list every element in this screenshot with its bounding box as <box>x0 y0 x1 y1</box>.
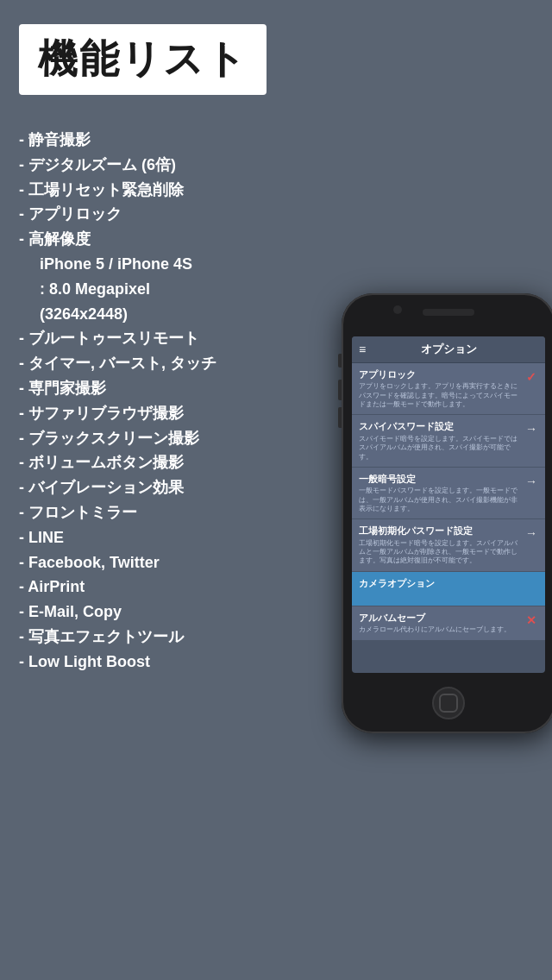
feature-item: - 静音撮影 <box>19 128 552 153</box>
screen-row[interactable]: 工場初期化パスワード設定工場初期化モード暗号を設定します。スパイアルバムと一般ア… <box>352 519 545 571</box>
iphone-earpiece <box>423 309 474 316</box>
feature-item: - 工場リセット緊急削除 <box>19 178 552 203</box>
screen-row[interactable]: アプリロックアプリをロックします。アプリを再実行するときにパスワードを確認します… <box>352 363 545 415</box>
feature-item: - アプリロック <box>19 202 552 227</box>
page-title: 機能リスト <box>38 33 248 86</box>
screen-row[interactable]: 一般暗号設定一般モードパスワードを設定します。一般モードでは、一般アルバムが使用… <box>352 468 545 519</box>
row-title: カメラオプション <box>359 577 535 589</box>
row-title: スパイパスワード設定 <box>359 420 521 432</box>
menu-icon: ≡ <box>359 342 366 356</box>
iphone-body: ≡ オプション アプリロックアプリをロックします。アプリを再実行するときにパスワ… <box>342 293 552 733</box>
screen-row[interactable]: カメラオプション <box>352 572 545 606</box>
feature-item: iPhone 5 / iPhone 4S <box>19 252 552 277</box>
screen-title: オプション <box>421 342 477 357</box>
row-action-icon: ✓ <box>524 370 538 384</box>
side-button-left-3 <box>338 407 342 428</box>
row-content: 工場初期化パスワード設定工場初期化モード暗号を設定します。スパイアルバムと一般ア… <box>359 525 521 565</box>
row-content: カメラオプション <box>359 577 535 589</box>
row-content: アプリロックアプリをロックします。アプリを再実行するときにパスワードを確認します… <box>359 368 521 409</box>
row-content: スパイパスワード設定スパイモード暗号を設定します。スパイモードではスパイアルバム… <box>359 420 521 461</box>
row-action-icon: ✕ <box>524 613 538 627</box>
row-desc: スパイモード暗号を設定します。スパイモードではスパイアルバムが使用され、スパイ撮… <box>359 435 521 462</box>
screen-row[interactable]: スパイパスワード設定スパイモード暗号を設定します。スパイモードではスパイアルバム… <box>352 415 545 467</box>
row-title: 工場初期化パスワード設定 <box>359 525 521 537</box>
screen-rows: アプリロックアプリをロックします。アプリを再実行するときにパスワードを確認します… <box>352 363 545 641</box>
row-content: アルバムセーブカメラロール代わりにアルバムにセーブします。 <box>359 612 521 635</box>
row-action-icon: → <box>524 474 538 488</box>
side-button-left-1 <box>338 354 342 368</box>
feature-item: - 高解像度 <box>19 227 552 252</box>
feature-item: - デジタルズーム (6倍) <box>19 153 552 178</box>
row-desc: 工場初期化モード暗号を設定します。スパイアルバムと一般アルバムが削除され、一般モ… <box>359 539 521 566</box>
iphone-home-button-inner <box>439 694 458 713</box>
row-desc: アプリをロックします。アプリを再実行するときにパスワードを確認します。暗号によっ… <box>359 382 521 409</box>
row-action-icon: → <box>524 422 538 436</box>
row-desc: カメラロール代わりにアルバムにセーブします。 <box>359 625 521 634</box>
iphone-mockup: ≡ オプション アプリロックアプリをロックします。アプリを再実行するときにパスワ… <box>336 293 552 742</box>
row-title: 一般暗号設定 <box>359 473 521 485</box>
iphone-screen: ≡ オプション アプリロックアプリをロックします。アプリを再実行するときにパスワ… <box>352 336 545 673</box>
row-title: アルバムセーブ <box>359 612 521 624</box>
row-title: アプリロック <box>359 368 521 380</box>
screen-header: ≡ オプション <box>352 336 545 363</box>
row-desc: 一般モードパスワードを設定します。一般モードでは、一般アルバムが使用され、スパイ… <box>359 487 521 513</box>
iphone-home-button[interactable] <box>432 687 465 719</box>
row-action-icon: → <box>524 526 538 540</box>
iphone-camera <box>393 305 402 314</box>
screen-row[interactable]: アルバムセーブカメラロール代わりにアルバムにセーブします。✕ <box>352 606 545 641</box>
title-box: 機能リスト <box>19 24 267 95</box>
side-button-left-2 <box>338 380 342 400</box>
row-content: 一般暗号設定一般モードパスワードを設定します。一般モードでは、一般アルバムが使用… <box>359 473 521 513</box>
